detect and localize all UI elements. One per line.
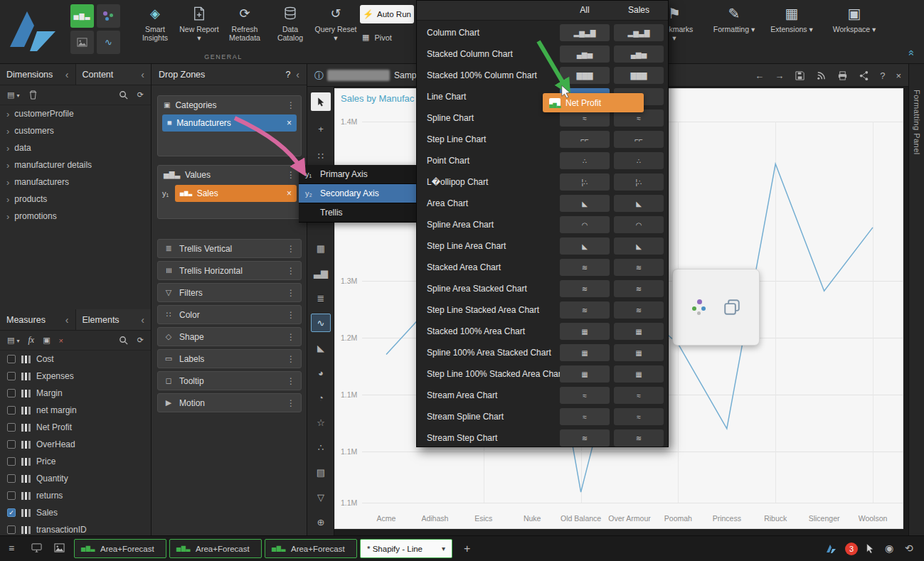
help-icon[interactable]: ?: [880, 70, 885, 81]
tab-dimensions[interactable]: Dimensions‹: [0, 64, 75, 85]
dashboard-tab[interactable]: ▅▇▃Area+Forecast: [265, 539, 357, 558]
line-view-button[interactable]: ∿: [97, 31, 120, 54]
app-logo[interactable]: [6, 6, 60, 60]
dashboard-tab[interactable]: ▅▇▃Area+Forecast: [74, 539, 166, 558]
refresh-icon[interactable]: ⟳: [137, 90, 144, 100]
pie-chart-visual[interactable]: ◕: [311, 363, 331, 382]
expand-icon[interactable]: ›: [6, 195, 9, 204]
expand-icon[interactable]: ›: [6, 161, 9, 170]
pivot-button[interactable]: ▦ Pivot: [362, 33, 392, 42]
chart-type-icon-sales[interactable]: ▦: [614, 344, 664, 361]
text-visual[interactable]: ≣: [311, 289, 331, 307]
refresh-icon[interactable]: ⟳: [137, 336, 144, 345]
categories-dropzone[interactable]: ▣ Categories ⋮ ▦ Manufacturers ×: [157, 95, 302, 156]
tab-measures[interactable]: Measures‹: [0, 309, 75, 330]
search-icon[interactable]: [118, 90, 129, 100]
dropzone-labels[interactable]: ▭Labels⋮: [157, 349, 302, 368]
measure-item[interactable]: returns: [0, 487, 151, 504]
dimension-item[interactable]: ›customerProfile: [0, 105, 151, 122]
bar-chart-visual[interactable]: ▃▆: [311, 264, 331, 282]
add-tab-button[interactable]: +: [464, 543, 470, 555]
save-icon[interactable]: [795, 70, 805, 81]
dimension-item[interactable]: ›products: [0, 191, 151, 208]
kebab-menu-icon[interactable]: ⋮: [287, 398, 295, 408]
workspace-button[interactable]: ▣ Workspace ▾: [827, 4, 881, 55]
funnel-visual[interactable]: ▽: [311, 488, 331, 506]
tab-elements[interactable]: Elements‹: [75, 309, 152, 330]
scatter-view-button[interactable]: [97, 4, 120, 28]
chart-type-icon-sales[interactable]: ¦∴: [614, 173, 664, 191]
print-icon[interactable]: [837, 70, 848, 81]
tab-content[interactable]: Content‹: [75, 64, 152, 85]
measure-item[interactable]: Cost: [0, 351, 151, 368]
expand-icon[interactable]: ›: [6, 127, 9, 136]
measure-item[interactable]: Margin: [0, 385, 151, 402]
pan-tool[interactable]: +: [311, 119, 331, 138]
collapse-ribbon-icon[interactable]: «: [906, 50, 918, 55]
menu-item[interactable]: Point Chart∴∴: [417, 150, 669, 171]
measure-item[interactable]: ✓Sales: [0, 504, 151, 521]
manufacturers-chip[interactable]: ▦ Manufacturers ×: [162, 114, 297, 132]
measure-checkbox[interactable]: [7, 372, 16, 380]
measure-checkbox[interactable]: [7, 440, 16, 449]
collapse-icon[interactable]: ‹: [141, 69, 144, 80]
kebab-menu-icon[interactable]: ⋮: [287, 170, 295, 180]
notification-badge[interactable]: 3: [845, 543, 858, 555]
menu-item[interactable]: Stream Spline Chart≈≈: [417, 406, 669, 427]
kebab-menu-icon[interactable]: ⋮: [287, 310, 295, 320]
chart-type-icon-sales[interactable]: ≋: [614, 280, 664, 297]
chart-type-icon-all[interactable]: ◣: [560, 237, 610, 255]
dropzone-filters[interactable]: ▽Filters⋮: [157, 283, 302, 302]
rss-icon[interactable]: [816, 70, 827, 81]
expand-icon[interactable]: ›: [6, 178, 9, 187]
menu-item[interactable]: Spline 100% Area Stacked Chart▦▦: [417, 342, 669, 363]
chart-type-icon-all[interactable]: ▄▆▅: [560, 46, 610, 63]
query-reset-button[interactable]: ↺ Query Reset ▾: [314, 4, 357, 55]
pointer-icon[interactable]: [865, 543, 876, 554]
menu-icon[interactable]: ≡: [9, 543, 14, 554]
chart-type-icon-sales[interactable]: ⌐⌐: [614, 131, 664, 148]
formatting-panel-strip[interactable]: Formatting Panel: [908, 64, 924, 535]
dropzone-motion[interactable]: ▶Motion⋮: [157, 393, 302, 412]
smart-insights-button[interactable]: ◈ Smart Insights: [134, 4, 176, 55]
drag-chip-net-profit[interactable]: ▅▇▃ Net Profit: [543, 93, 644, 112]
measure-checkbox[interactable]: [7, 525, 16, 534]
measure-item[interactable]: transactionID: [0, 521, 151, 535]
measure-item[interactable]: Expenses: [0, 368, 151, 385]
menu-item[interactable]: Stacked 100% Column Chart▇▇▇▇▇▇: [417, 65, 669, 86]
kebab-menu-icon[interactable]: ⋮: [287, 100, 295, 110]
dimension-item[interactable]: ›manufacturer details: [0, 156, 151, 173]
values-dropzone[interactable]: ▅▇▃ Values ⋮ y₁ ▅▇▃ Sales ×: [157, 165, 302, 219]
menu-item[interactable]: Area Chart◣◣: [417, 193, 669, 214]
chart-type-icon-all[interactable]: ∴: [560, 152, 610, 169]
chart-type-icon-all[interactable]: ▇▇▇: [560, 67, 610, 84]
target-icon[interactable]: ◉: [885, 543, 893, 554]
dashboard-tab[interactable]: ▅▇▃Area+Forecast: [169, 539, 262, 558]
data-catalog-button[interactable]: Data Catalog: [269, 4, 312, 55]
help-icon[interactable]: ?: [285, 70, 290, 80]
remove-icon[interactable]: ×: [287, 188, 292, 198]
monitor-icon[interactable]: [31, 543, 42, 553]
duplicate-icon[interactable]: [723, 298, 741, 316]
chart-type-icon-sales[interactable]: ▄▆▅: [614, 46, 664, 63]
axis-option-trellis[interactable]: Trellis: [299, 203, 420, 223]
measure-checkbox[interactable]: ✓: [7, 508, 16, 517]
expand-icon[interactable]: ›: [6, 212, 9, 221]
chart-type-icon-sales[interactable]: ▦: [614, 365, 664, 383]
refresh-metadata-button[interactable]: ⟳ Refresh Metadata: [223, 4, 266, 55]
search-icon[interactable]: [118, 335, 129, 346]
gauge-visual[interactable]: ◔: [311, 388, 331, 407]
axis-option-secondary-axis[interactable]: y₂Secondary Axis: [299, 184, 420, 203]
menu-item[interactable]: Stream Area Chart≈≈: [417, 385, 669, 406]
remove-icon[interactable]: ×: [287, 118, 292, 128]
map-visual[interactable]: ⊕: [311, 513, 331, 531]
chart-type-icon-all[interactable]: ⌐⌐: [560, 131, 610, 148]
hierarchy-view-icon[interactable]: ▤ ▾: [7, 90, 19, 100]
axis-option-primary-axis[interactable]: y₁Primary Axis: [299, 165, 420, 184]
kebab-menu-icon[interactable]: ⋮: [287, 332, 295, 342]
sync-icon[interactable]: ⟲: [905, 543, 913, 554]
chart-type-icon-sales[interactable]: ≋: [614, 429, 664, 447]
measure-checkbox[interactable]: [7, 355, 16, 363]
kebab-menu-icon[interactable]: ⋮: [287, 244, 295, 254]
chart-type-icon-sales[interactable]: ≋: [614, 301, 664, 319]
